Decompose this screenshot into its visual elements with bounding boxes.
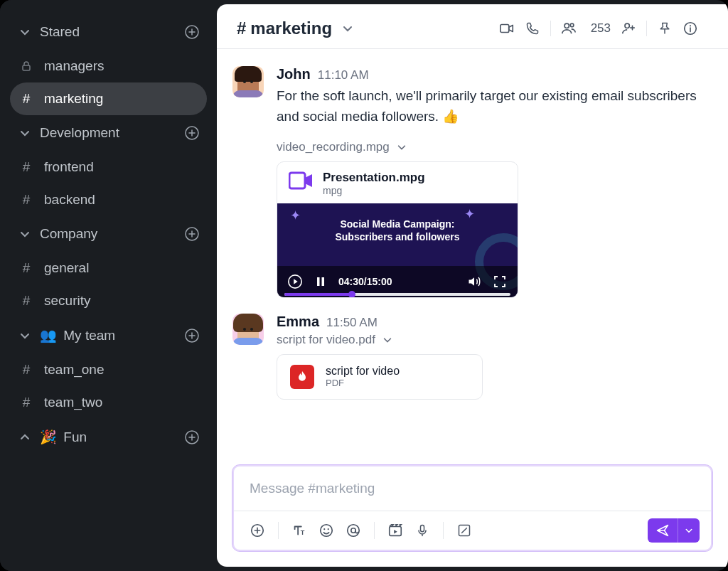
section-header-my-team[interactable]: 👥 My team (10, 317, 207, 353)
volume-icon[interactable] (466, 274, 482, 289)
author-name[interactable]: John (277, 66, 311, 82)
message: Emma 11:50 AM script for video.pdf (217, 304, 728, 405)
section-header-development[interactable]: Development (10, 115, 207, 151)
chevron-down-icon (17, 328, 33, 343)
channel-security[interactable]: # security (10, 284, 207, 317)
channel-label: frontend (44, 159, 94, 175)
message-time: 11:50 AM (326, 316, 378, 330)
svg-rect-12 (289, 173, 305, 188)
send-options-button[interactable] (678, 518, 700, 543)
avatar[interactable] (232, 314, 264, 345)
hash-icon: # (18, 260, 34, 276)
channel-general[interactable]: # general (10, 252, 207, 284)
chevron-down-icon (17, 24, 33, 40)
plus-icon[interactable] (184, 328, 200, 343)
chevron-down-icon (397, 142, 407, 152)
section-title: Development (40, 125, 184, 141)
hash-icon: # (18, 395, 34, 410)
plus-icon[interactable] (184, 429, 200, 445)
messages-area[interactable]: John 11:10 AM For the soft launch, we'll… (217, 49, 728, 459)
svg-point-21 (348, 525, 360, 537)
composer: Message #marketing T (232, 465, 712, 551)
plus-icon[interactable] (184, 125, 200, 141)
attachment-label[interactable]: video_recording.mpg (277, 140, 708, 154)
send-button-group (648, 518, 700, 543)
svg-point-9 (625, 23, 629, 28)
section-header-stared[interactable]: Stared (10, 14, 207, 50)
members-icon[interactable] (561, 21, 577, 36)
attach-icon[interactable] (245, 518, 269, 543)
phone-icon[interactable] (525, 21, 540, 36)
svg-point-20 (328, 528, 329, 530)
send-button[interactable] (648, 518, 678, 543)
svg-point-7 (564, 23, 569, 28)
svg-rect-15 (322, 277, 325, 286)
svg-point-18 (321, 525, 333, 537)
section-header-company[interactable]: Company (10, 216, 207, 252)
mention-icon[interactable] (341, 518, 365, 543)
channel-title-button[interactable]: # marketing (237, 18, 353, 38)
pause-icon[interactable] (313, 274, 328, 289)
microphone-icon[interactable] (410, 518, 434, 543)
chevron-down-icon (17, 125, 33, 141)
svg-rect-6 (500, 25, 508, 33)
channel-label: backend (44, 192, 95, 208)
channel-label: managers (44, 58, 105, 74)
channel-label: marketing (44, 91, 103, 107)
channel-label: team_one (44, 362, 105, 378)
channel-team-two[interactable]: # team_two (10, 386, 207, 419)
emoji-icon[interactable] (314, 518, 338, 543)
fullscreen-icon[interactable] (492, 274, 508, 289)
chevron-down-icon (17, 226, 33, 242)
format-icon[interactable]: T (287, 518, 311, 543)
main-panel: # marketing (217, 4, 728, 567)
video-call-icon[interactable] (499, 21, 515, 36)
pin-icon[interactable] (657, 21, 673, 36)
section-header-fun[interactable]: 🎉 Fun (10, 419, 207, 455)
plus-icon[interactable] (184, 226, 200, 242)
message-time: 11:10 AM (318, 68, 369, 82)
channel-label: security (44, 293, 90, 309)
svg-point-8 (570, 23, 574, 27)
member-count: 253 (591, 21, 611, 36)
section-title: Stared (40, 24, 184, 40)
svg-point-11 (690, 25, 691, 26)
video-time: 04:30/15:00 (338, 276, 456, 287)
avatar[interactable] (232, 66, 264, 97)
video-overlay-title: Social Media Campaign: Subscribers and f… (335, 218, 459, 243)
channel-label: team_two (44, 395, 102, 410)
add-member-icon[interactable] (621, 21, 636, 36)
author-name[interactable]: Emma (277, 314, 319, 330)
video-attachment-card[interactable]: Presentation.mpg mpg ✦ ✦ Social Media Ca… (277, 161, 518, 298)
channel-frontend[interactable]: # frontend (10, 151, 207, 183)
hash-icon: # (18, 159, 34, 175)
header-actions: 253 (489, 21, 708, 36)
section-title: Company (40, 226, 184, 242)
channel-backend[interactable]: # backend (10, 183, 207, 216)
plus-icon[interactable] (184, 24, 200, 40)
hash-icon: # (237, 18, 246, 38)
section-title: 🎉 Fun (40, 429, 184, 445)
channel-team-one[interactable]: # team_one (10, 353, 207, 386)
svg-rect-14 (317, 277, 320, 286)
info-icon[interactable] (682, 21, 698, 36)
channel-label: general (44, 260, 89, 276)
video-progress[interactable] (284, 293, 510, 296)
composer-area: Message #marketing T (217, 459, 728, 567)
play-icon[interactable] (287, 274, 303, 289)
video-clip-icon[interactable] (383, 518, 407, 543)
section-title: 👥 My team (40, 327, 184, 343)
composer-toolbar: T (234, 511, 711, 550)
attachment-label[interactable]: script for video.pdf (277, 333, 708, 347)
svg-rect-1 (23, 65, 30, 70)
video-player[interactable]: ✦ ✦ Social Media Campaign: Subscribers a… (277, 203, 518, 297)
channel-marketing[interactable]: # marketing (10, 82, 207, 115)
channel-managers[interactable]: managers (10, 50, 207, 82)
message-text: For the soft launch, we'll primarily tar… (277, 85, 708, 127)
pdf-attachment-card[interactable]: script for video PDF (277, 354, 483, 400)
sidebar: Stared managers # marketing Development (0, 0, 217, 571)
shortcuts-icon[interactable] (452, 518, 476, 543)
pdf-ext: PDF (326, 378, 400, 388)
hash-icon: # (18, 362, 34, 378)
message-input[interactable]: Message #marketing (234, 466, 711, 511)
